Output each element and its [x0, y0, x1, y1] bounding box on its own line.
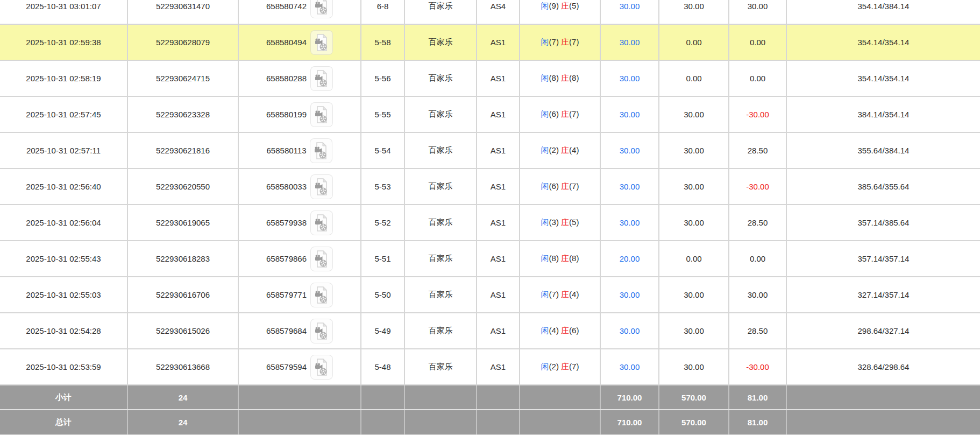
- table-name-cell: AS4: [477, 0, 520, 24]
- table-row[interactable]: 2025-10-31 02:53:59 522930613668 6585795…: [0, 349, 980, 385]
- table-row[interactable]: 2025-10-31 03:01:07 522930631470 6585807…: [0, 0, 980, 24]
- game-id-cell: 658580113: [238, 132, 361, 169]
- video-replay-icon: [315, 70, 329, 87]
- bet-id-cell: 522930631470: [127, 0, 238, 24]
- bet-id-cell: 522930621816: [127, 132, 238, 169]
- banker-result-score: (7): [569, 109, 579, 118]
- round-cell: 5-53: [361, 169, 404, 205]
- subtotal-winloss-total: 81.00: [729, 385, 786, 410]
- balance-cell: 298.64/327.14: [786, 313, 980, 349]
- balance-cell: 357.14/385.64: [786, 205, 980, 241]
- result-cell: 闲(8) 庄(8): [520, 241, 600, 277]
- table-row[interactable]: 2025-10-31 02:55:03 522930616706 6585797…: [0, 277, 980, 313]
- total-label: 总计: [0, 410, 127, 435]
- winloss-cell: 30.00: [729, 0, 786, 24]
- video-replay-button[interactable]: [310, 138, 332, 163]
- table-row[interactable]: 2025-10-31 02:57:45 522930623328 6585801…: [0, 96, 980, 132]
- result-cell: 闲(6) 庄(7): [520, 96, 600, 132]
- banker-result-label: 庄: [561, 181, 569, 191]
- footer-empty-cell: [477, 385, 520, 410]
- video-replay-icon: [315, 178, 329, 195]
- result-cell: 闲(8) 庄(8): [520, 60, 600, 96]
- valid-amount-cell: 30.00: [659, 205, 729, 241]
- player-result-label: 闲: [541, 290, 549, 299]
- player-result-score: (4): [549, 326, 559, 335]
- player-result-score: (8): [549, 254, 559, 263]
- video-replay-button[interactable]: [310, 30, 333, 55]
- round-cell: 5-54: [361, 132, 404, 169]
- table-row[interactable]: 2025-10-31 02:54:28 522930615026 6585796…: [0, 313, 980, 349]
- result-cell: 闲(2) 庄(7): [520, 349, 600, 385]
- bet-id-cell: 522930623328: [127, 96, 238, 132]
- balance-cell: 328.64/298.64: [786, 349, 980, 385]
- game-id-cell: 658580494: [238, 24, 361, 60]
- player-result-score: (2): [549, 145, 559, 155]
- video-replay-button[interactable]: [310, 247, 333, 271]
- subtotal-label: 小计: [0, 385, 127, 410]
- table-name-cell: AS1: [477, 349, 520, 385]
- bet-amount-cell[interactable]: 30.00: [600, 313, 659, 349]
- bet-id-cell: 522930624715: [127, 60, 238, 96]
- time-cell: 2025-10-31 02:55:43: [0, 241, 127, 277]
- footer-empty-cell: [404, 410, 477, 435]
- table-name-cell: AS1: [477, 96, 520, 132]
- bet-amount-cell[interactable]: 30.00: [600, 0, 659, 24]
- footer-empty-cell: [477, 410, 520, 435]
- game-id-value: 658579771: [266, 290, 307, 299]
- bet-amount-cell[interactable]: 30.00: [600, 169, 659, 205]
- video-replay-icon: [314, 142, 328, 159]
- table-row[interactable]: 2025-10-31 02:56:04 522930619065 6585799…: [0, 205, 980, 241]
- table-row[interactable]: 2025-10-31 02:55:43 522930618283 6585798…: [0, 241, 980, 277]
- footer-empty-cell: [238, 410, 361, 435]
- records-tbody: 2025-10-31 03:01:07 522930631470 6585807…: [0, 0, 980, 385]
- valid-amount-cell: 30.00: [659, 132, 729, 169]
- result-cell: 闲(2) 庄(4): [520, 132, 600, 169]
- table-name-cell: AS1: [477, 132, 520, 169]
- winloss-cell: -30.00: [729, 169, 786, 205]
- table-row[interactable]: 2025-10-31 02:57:11 522930621816 6585801…: [0, 132, 980, 169]
- video-replay-icon: [315, 0, 329, 15]
- balance-cell: 354.14/354.14: [786, 60, 980, 96]
- winloss-cell: 28.50: [729, 205, 786, 241]
- table-row[interactable]: 2025-10-31 02:56:40 522930620550 6585800…: [0, 169, 980, 205]
- round-cell: 5-50: [361, 277, 404, 313]
- banker-result-label: 庄: [561, 218, 569, 227]
- bet-amount-cell[interactable]: 30.00: [600, 60, 659, 96]
- bet-amount-cell[interactable]: 30.00: [600, 277, 659, 313]
- table-row[interactable]: 2025-10-31 02:59:38 522930628079 6585804…: [0, 24, 980, 60]
- footer-empty-cell: [238, 385, 361, 410]
- game-id-cell: 658579866: [238, 241, 361, 277]
- bet-amount-cell[interactable]: 30.00: [600, 349, 659, 385]
- bet-amount-cell[interactable]: 30.00: [600, 205, 659, 241]
- bet-amount-cell[interactable]: 30.00: [600, 132, 659, 169]
- video-replay-button[interactable]: [310, 211, 333, 235]
- game-id-value: 658579594: [266, 362, 307, 371]
- bet-amount-cell[interactable]: 30.00: [600, 24, 659, 60]
- video-replay-button[interactable]: [310, 355, 333, 380]
- banker-result-label: 庄: [561, 145, 569, 155]
- bet-amount-cell[interactable]: 20.00: [600, 241, 659, 277]
- player-result-label: 闲: [541, 1, 549, 10]
- game-id-value: 658580033: [266, 182, 307, 191]
- player-result-label: 闲: [541, 254, 549, 263]
- video-replay-button[interactable]: [310, 102, 333, 127]
- table-row[interactable]: 2025-10-31 02:58:19 522930624715 6585802…: [0, 60, 980, 96]
- game-id-value: 658580113: [267, 146, 307, 155]
- bet-id-cell: 522930618283: [127, 241, 238, 277]
- subtotal-row: 小计 24 710.00 570.00 81.00: [0, 385, 980, 410]
- video-replay-button[interactable]: [310, 174, 333, 199]
- video-replay-button[interactable]: [310, 0, 333, 18]
- game-id-value: 658579866: [266, 254, 307, 263]
- video-replay-icon: [315, 322, 329, 340]
- video-replay-button[interactable]: [310, 66, 333, 91]
- banker-result-score: (5): [569, 218, 579, 227]
- game-id-cell: 658579938: [238, 205, 361, 241]
- banker-result-label: 庄: [561, 109, 569, 118]
- banker-result-score: (4): [569, 290, 579, 299]
- game-id-cell: 658579594: [238, 349, 361, 385]
- bet-amount-cell[interactable]: 30.00: [600, 96, 659, 132]
- video-replay-button[interactable]: [310, 283, 333, 307]
- video-replay-button[interactable]: [310, 319, 333, 343]
- game-type-cell: 百家乐: [404, 277, 477, 313]
- round-cell: 5-56: [361, 60, 404, 96]
